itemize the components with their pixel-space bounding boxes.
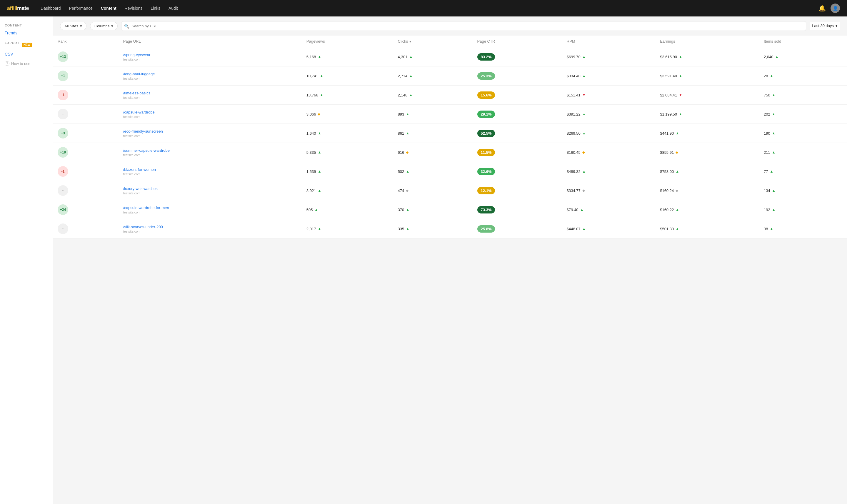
navbar: affilimate Dashboard Performance Content… — [0, 0, 847, 16]
search-input[interactable] — [121, 21, 806, 31]
nav-audit[interactable]: Audit — [168, 6, 178, 11]
rpm-cell: $489.32 ▲ — [562, 162, 655, 181]
rpm-cell: $448.07 ▲ — [562, 219, 655, 238]
pageviews-cell: 5,335 ▲ — [302, 143, 393, 162]
col-pageviews: Pageviews — [302, 36, 393, 47]
page-url-link[interactable]: /silk-scarves-under-200 — [123, 224, 163, 229]
help-icon: ? — [5, 61, 10, 66]
trend-up-icon: ▲ — [772, 188, 776, 193]
clicks-cell: 502 ▲ — [393, 162, 473, 181]
avatar[interactable]: 👤 — [831, 3, 840, 13]
search-icon: 🔍 — [124, 24, 129, 29]
date-range-picker[interactable]: Last 30 days ▾ — [810, 22, 840, 30]
ctr-badge: 73.3% — [477, 206, 495, 214]
page-url-cell: /capsule-wardrobe testsite.com — [119, 105, 302, 124]
rank-cell: +13 — [53, 47, 119, 67]
rank-badge: +24 — [58, 204, 68, 215]
trend-up-icon: ▲ — [582, 112, 586, 116]
nav-links-item[interactable]: Links — [150, 6, 160, 11]
page-url-cell: /capsule-wardrobe-for-men testsite.com — [119, 200, 302, 219]
page-url-link[interactable]: /eco-friendly-sunscreen — [123, 129, 163, 133]
ctr-cell: 83.2% — [473, 47, 562, 67]
table-row: -1 /timeless-basics testsite.com 13,766 … — [53, 86, 847, 105]
page-url-link[interactable]: /long-haul-luggage — [123, 72, 155, 76]
items-sold-cell: 38 ▲ — [759, 219, 847, 238]
col-clicks[interactable]: Clicks — [393, 36, 473, 47]
nav-content[interactable]: Content — [101, 6, 116, 11]
rank-badge: - — [58, 185, 68, 196]
page-url-link[interactable]: /luxury-wristwatches — [123, 186, 158, 191]
ctr-badge: 25.3% — [477, 72, 495, 80]
pageviews-cell: 3,921 ▲ — [302, 181, 393, 200]
trend-flat-icon: ◆ — [582, 150, 585, 155]
trend-flat-icon: ◆ — [406, 150, 409, 155]
pageviews-cell: 5,168 ▲ — [302, 47, 393, 67]
nav-dashboard[interactable]: Dashboard — [41, 6, 61, 11]
trend-down-icon: ▼ — [582, 93, 586, 97]
trend-up-icon: ▲ — [582, 74, 586, 78]
trend-up-icon: ▲ — [320, 93, 324, 97]
page-url-link[interactable]: /capsule-wardrobe-for-men — [123, 205, 169, 210]
col-ctr: Page CTR — [473, 36, 562, 47]
nav-performance[interactable]: Performance — [69, 6, 93, 11]
page-domain: testsite.com — [123, 115, 297, 119]
notification-icon[interactable]: 🔔 — [818, 5, 826, 12]
sidebar-item-trends[interactable]: Trends — [5, 31, 48, 35]
page-url-link[interactable]: /capsule-wardrobe — [123, 110, 155, 114]
sidebar-help-link[interactable]: ? How to use — [5, 61, 48, 66]
page-domain: testsite.com — [123, 134, 297, 138]
page-domain: testsite.com — [123, 58, 297, 61]
trend-up-icon: ▲ — [318, 227, 321, 231]
earnings-cell: $753.00 ▲ — [655, 162, 759, 181]
all-sites-dropdown[interactable]: All Sites ▾ — [60, 22, 87, 30]
earnings-cell: $3,591.40 ▲ — [655, 67, 759, 86]
toolbar: All Sites ▾ Columns ▾ 🔍 Last 30 days ▾ — [53, 16, 847, 36]
nav-revisions[interactable]: Revisions — [125, 6, 143, 11]
table-row: - /silk-scarves-under-200 testsite.com 2… — [53, 219, 847, 238]
rank-badge: -1 — [58, 166, 68, 177]
table-header-row: Rank Page URL Pageviews Clicks Page CTR … — [53, 36, 847, 47]
rpm-cell: $334.77 ◆ — [562, 181, 655, 200]
page-url-link[interactable]: /spring-eyewear — [123, 53, 150, 57]
rpm-cell: $269.50 ▲ — [562, 124, 655, 143]
earnings-cell: $3,615.90 ▲ — [655, 47, 759, 67]
trend-neutral-icon: ◆ — [675, 188, 678, 193]
page-url-cell: /spring-eyewear testsite.com — [119, 47, 302, 67]
page-url-cell: /timeless-basics testsite.com — [119, 86, 302, 105]
earnings-cell: $2,084.41 ▼ — [655, 86, 759, 105]
trend-neutral-icon: ◆ — [406, 188, 409, 193]
trend-up-icon: ▲ — [320, 74, 324, 78]
rpm-cell: $151.41 ▼ — [562, 86, 655, 105]
brand-logo[interactable]: affilimate — [7, 5, 29, 12]
sidebar-item-csv[interactable]: CSV — [5, 52, 48, 56]
page-url-link[interactable]: /summer-capsule-wardrobe — [123, 148, 170, 152]
trend-flat-icon: ◆ — [675, 150, 678, 155]
trend-up-icon: ▲ — [582, 131, 586, 135]
pageviews-cell: 505 ▲ — [302, 200, 393, 219]
rpm-cell: $79.40 ▲ — [562, 200, 655, 219]
items-sold-cell: 2,040 ▲ — [759, 47, 847, 67]
page-domain: testsite.com — [123, 77, 297, 80]
ctr-badge: 25.8% — [477, 225, 495, 233]
items-sold-cell: 750 ▲ — [759, 86, 847, 105]
pageviews-cell: 10,741 ▲ — [302, 67, 393, 86]
sidebar-content-label: CONTENT — [5, 23, 48, 27]
earnings-cell: $1,199.50 ▲ — [655, 105, 759, 124]
ctr-badge: 52.5% — [477, 130, 495, 137]
sidebar-export-label: EXPORT — [5, 41, 19, 45]
page-url-link[interactable]: /timeless-basics — [123, 91, 150, 95]
col-page-url: Page URL — [119, 36, 302, 47]
columns-dropdown[interactable]: Columns ▾ — [90, 22, 118, 30]
trend-up-icon: ▲ — [318, 169, 321, 174]
page-url-link[interactable]: /blazers-for-women — [123, 167, 156, 172]
ctr-badge: 83.2% — [477, 53, 495, 60]
nav-links: Dashboard Performance Content Revisions … — [41, 6, 818, 11]
trend-up-icon: ▲ — [772, 93, 776, 97]
trend-up-icon: ▲ — [580, 208, 584, 212]
ctr-cell: 29.1% — [473, 105, 562, 124]
rank-cell: -1 — [53, 162, 119, 181]
nav-right: 🔔 👤 — [818, 3, 840, 13]
col-earnings: Earnings — [655, 36, 759, 47]
trend-up-icon: ▲ — [675, 169, 679, 174]
page-url-cell: /long-haul-luggage testsite.com — [119, 67, 302, 86]
